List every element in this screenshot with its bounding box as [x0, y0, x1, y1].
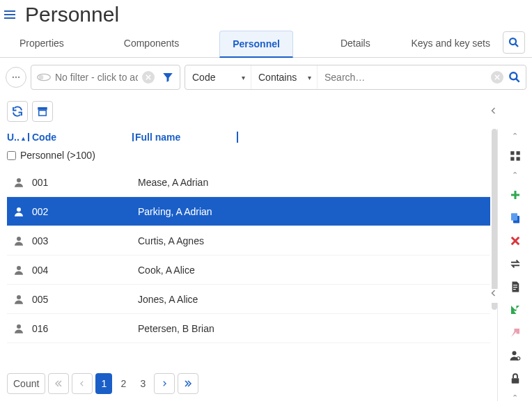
tab-personnel[interactable]: Personnel	[219, 31, 293, 58]
svg-point-18	[17, 237, 21, 241]
column-header-code[interactable]: Code	[29, 132, 132, 143]
table-row[interactable]: 003Curtis, A Agnes	[7, 226, 490, 255]
chevron-double-left-icon	[54, 379, 63, 388]
document-icon	[509, 281, 522, 293]
search-input[interactable]	[324, 72, 487, 83]
person-icon	[7, 322, 31, 335]
rail-copy-button[interactable]	[507, 210, 524, 226]
cell-code: 002	[31, 206, 135, 217]
svg-rect-22	[510, 151, 514, 155]
cell-name: Petersen, B Brian	[135, 323, 490, 334]
cell-code: 016	[31, 323, 135, 334]
filter-text-input[interactable]	[55, 72, 138, 83]
person-icon	[7, 176, 31, 189]
filter-operator-select[interactable]: Contains ▾	[251, 65, 318, 89]
svg-line-1	[515, 44, 518, 47]
rail-lock-button[interactable]	[507, 370, 524, 386]
tab-keys[interactable]: Keys and key sets	[398, 31, 503, 57]
close-icon	[146, 74, 151, 80]
svg-rect-23	[516, 151, 519, 155]
pagination-page-1[interactable]: 1	[95, 373, 112, 394]
svg-point-19	[17, 266, 21, 270]
svg-rect-37	[511, 378, 519, 384]
svg-point-20	[17, 295, 21, 299]
tab-properties[interactable]: Properties	[7, 31, 77, 57]
column-header-u[interactable]: U..▲	[7, 132, 29, 143]
archive-icon	[36, 105, 49, 118]
pagination-page-3[interactable]: 3	[134, 373, 151, 394]
menu-hamburger-icon[interactable]	[4, 7, 19, 22]
lock-icon	[509, 372, 522, 385]
pagination-next-button[interactable]	[154, 373, 175, 394]
tab-search-button[interactable]	[503, 31, 525, 54]
refresh-button[interactable]	[7, 101, 28, 122]
filter-apply-button[interactable]	[159, 71, 177, 84]
svg-line-12	[516, 79, 519, 82]
svg-rect-24	[510, 157, 514, 160]
svg-point-17	[17, 207, 21, 212]
plus-icon	[509, 189, 522, 201]
svg-rect-32	[513, 285, 517, 285]
search-button[interactable]	[508, 70, 522, 84]
filter-toggle-icon[interactable]	[37, 72, 51, 82]
column-header-name[interactable]: Full name	[132, 132, 237, 143]
cell-code: 001	[31, 177, 135, 188]
rail-export-button[interactable]	[507, 324, 524, 340]
pagination-last-button[interactable]	[178, 373, 198, 394]
svg-rect-33	[513, 287, 517, 288]
svg-rect-13	[38, 107, 47, 110]
rail-delete-button[interactable]	[507, 233, 524, 249]
pagination-page-2[interactable]: 2	[115, 373, 132, 394]
chevron-left-icon	[490, 107, 498, 115]
more-options-button[interactable]	[6, 67, 26, 88]
svg-point-35	[512, 351, 516, 355]
cell-name: Cook, A Alice	[135, 265, 490, 276]
pagination-count-button[interactable]: Count	[7, 373, 45, 394]
pagination-first-button[interactable]	[48, 373, 69, 394]
table-row[interactable]: 005Jones, A Alice	[7, 285, 490, 314]
pagination: Count 1 2 3	[7, 373, 198, 394]
archive-button[interactable]	[32, 101, 53, 122]
tabs: Properties Components Personnel Details …	[7, 31, 503, 57]
table-header: U..▲ Code Full name	[7, 129, 490, 146]
table-row[interactable]: 004Cook, A Alice	[7, 255, 490, 285]
rail-collapse-button[interactable]	[490, 107, 503, 120]
svg-rect-25	[516, 157, 519, 160]
rail-chevron-up[interactable]: ⌃	[512, 393, 518, 401]
rail-collapse-button-2[interactable]	[490, 289, 503, 303]
import-icon	[509, 304, 522, 316]
svg-rect-34	[513, 289, 516, 290]
rail-person-settings-button[interactable]	[507, 347, 524, 363]
table-row[interactable]: 002Parking, A Adrian	[7, 197, 490, 226]
svg-point-6	[39, 75, 44, 80]
rail-swap-button[interactable]	[507, 255, 524, 272]
delete-icon	[509, 235, 522, 247]
svg-point-4	[18, 77, 19, 78]
tab-details[interactable]: Details	[328, 31, 383, 57]
table-row[interactable]: 001Mease, A Adrian	[7, 168, 490, 197]
rail-import-button[interactable]	[507, 301, 524, 317]
swap-icon	[509, 258, 522, 270]
rail-chevron-up[interactable]: ⌃	[512, 132, 518, 141]
chevron-down-icon: ▾	[242, 74, 245, 81]
filter-clear-button[interactable]	[142, 71, 155, 84]
rail-document-button[interactable]	[507, 278, 524, 294]
filter-field-select[interactable]: Code ▾	[185, 65, 251, 89]
cell-code: 004	[31, 265, 135, 276]
tab-components[interactable]: Components	[111, 31, 191, 57]
rail-add-button[interactable]	[507, 187, 524, 203]
person-icon	[7, 205, 31, 218]
svg-point-11	[510, 72, 517, 79]
svg-point-0	[510, 38, 516, 45]
pagination-prev-button[interactable]	[72, 373, 93, 394]
svg-point-21	[17, 324, 21, 329]
rail-chevron-up[interactable]: ⌃	[512, 171, 518, 180]
cell-name: Parking, A Adrian	[135, 206, 490, 217]
group-row-personnel[interactable]: Personnel (>100)	[7, 146, 490, 168]
table-row[interactable]: 016Petersen, B Brian	[7, 314, 490, 343]
group-checkbox[interactable]	[7, 151, 16, 160]
search-clear-button[interactable]	[491, 71, 503, 84]
scrollbar[interactable]	[492, 129, 497, 310]
person-icon	[7, 293, 31, 306]
rail-grid-button[interactable]	[507, 148, 524, 164]
